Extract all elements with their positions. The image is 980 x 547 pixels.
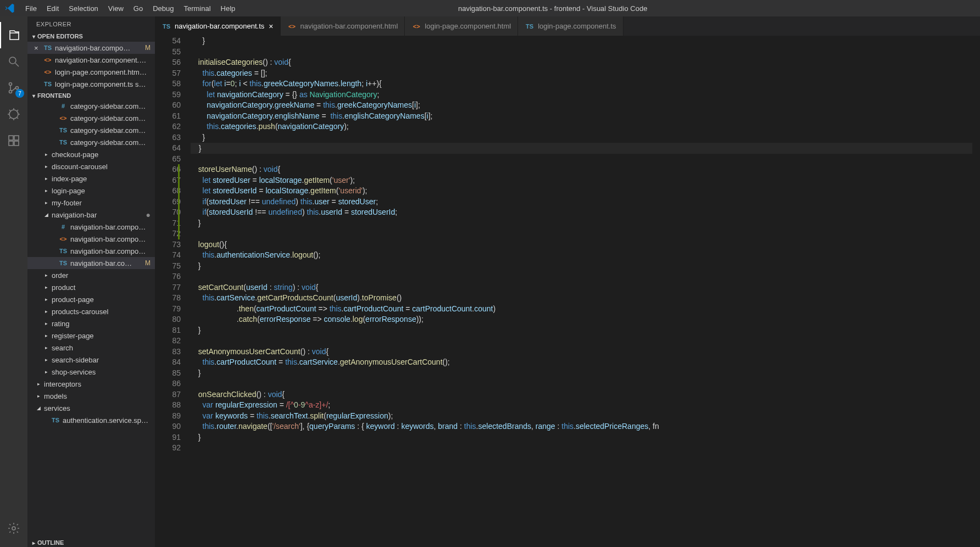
code-line[interactable]: } xyxy=(191,132,972,143)
tree-folder[interactable]: ▸my-footer xyxy=(27,197,155,209)
code-line[interactable]: var keywords = this.searchText.split(reg… xyxy=(191,411,972,422)
tree-folder[interactable]: ▸login-page xyxy=(27,185,155,197)
code-line[interactable]: } xyxy=(191,368,972,379)
code-line[interactable]: this.cartProductCount = this.cartService… xyxy=(191,357,972,368)
code-line[interactable]: this.categories.push(navigationCategory)… xyxy=(191,121,972,132)
tree-file[interactable]: TSauthentication.service.sp… xyxy=(27,414,155,426)
menu-selection[interactable]: Selection xyxy=(64,2,102,15)
source-control-icon[interactable]: 7 xyxy=(0,75,27,101)
tree-folder[interactable]: ▸checkout-page xyxy=(27,148,155,160)
tree-folder[interactable]: ▸index-page xyxy=(27,172,155,185)
code-line[interactable]: } xyxy=(191,36,972,47)
open-editor-item[interactable]: <>navigation-bar.component.… xyxy=(27,54,155,66)
editor-tab[interactable]: <>login-page.component.html xyxy=(405,16,518,36)
outline-header[interactable]: ▸OUTLINE xyxy=(27,538,155,547)
code-line[interactable]: setAnonymousUserCartCount() : void{ xyxy=(191,347,972,358)
code-line[interactable]: this.router.navigate(['/search'], {query… xyxy=(191,421,972,432)
code-line[interactable]: logout(){ xyxy=(191,239,972,250)
code-line[interactable]: let storedUser = localStorage.getItem('u… xyxy=(191,175,972,186)
tree-folder[interactable]: ▸product xyxy=(27,281,155,293)
tree-file[interactable]: TSnavigation-bar.compo… xyxy=(27,245,155,257)
code-line[interactable]: for(let i=0; i < this.greekCategoryNames… xyxy=(191,79,972,90)
line-number: 55 xyxy=(155,47,181,58)
code-line[interactable]: let navigationCategory = {} as Navigatio… xyxy=(191,90,972,101)
code-line[interactable] xyxy=(191,47,972,58)
explorer-icon[interactable] xyxy=(0,22,27,48)
code-line[interactable]: if(storedUser !== undefined) this.user =… xyxy=(191,197,972,208)
project-header[interactable]: ▾FRONTEND xyxy=(27,91,155,100)
extensions-icon[interactable] xyxy=(0,127,27,154)
menu-view[interactable]: View xyxy=(104,2,128,15)
code-line[interactable] xyxy=(191,154,972,165)
code-line[interactable]: this.categories = []; xyxy=(191,68,972,79)
code-line[interactable]: } xyxy=(191,432,972,443)
settings-gear-icon[interactable] xyxy=(0,515,27,542)
tree-folder[interactable]: ▸order xyxy=(27,269,155,281)
sidebar: EXPLORER ▾OPEN EDITORS ×TSnavigation-bar… xyxy=(27,16,155,547)
menu-edit[interactable]: Edit xyxy=(42,2,63,15)
search-icon[interactable] xyxy=(0,48,27,75)
tree-folder[interactable]: ◢navigation-bar● xyxy=(27,209,155,221)
code-line[interactable]: var regularExpression = /[^0-9^a-z]+/; xyxy=(191,400,972,411)
close-icon[interactable]: × xyxy=(269,22,273,31)
editor-tab[interactable]: TSlogin-page.component.ts xyxy=(518,16,623,36)
tree-file[interactable]: TScategory-sidebar.com… xyxy=(27,136,155,148)
tree-file[interactable]: #navigation-bar.compo… xyxy=(27,221,155,233)
menu-debug[interactable]: Debug xyxy=(148,2,178,15)
code-line[interactable] xyxy=(191,378,972,389)
editor-tab[interactable]: TSnavigation-bar.component.ts× xyxy=(155,16,281,36)
code-line[interactable]: .catch(errorResponse => console.log(erro… xyxy=(191,314,972,325)
code-line[interactable] xyxy=(191,443,972,454)
tree-folder[interactable]: ▸models xyxy=(27,390,155,402)
tree-folder[interactable]: ▸rating xyxy=(27,317,155,330)
code-line[interactable]: let storedUserId = localStorage.getItem(… xyxy=(191,186,972,197)
menu-help[interactable]: Help xyxy=(216,2,240,15)
open-editor-item[interactable]: <>login-page.component.htm… xyxy=(27,66,155,78)
code-line[interactable]: navigationCategory.englishName = this.en… xyxy=(191,111,972,122)
menu-file[interactable]: File xyxy=(21,2,41,15)
code-line[interactable]: storeUserName() : void{ xyxy=(191,164,972,175)
tree-folder[interactable]: ▸register-page xyxy=(27,330,155,342)
tree-file[interactable]: #category-sidebar.com… xyxy=(27,100,155,112)
code-line[interactable]: setCartCount(userId : string) : void{ xyxy=(191,282,972,293)
tree-file[interactable]: <>category-sidebar.com… xyxy=(27,112,155,124)
open-editor-item[interactable]: TSlogin-page.component.ts s… xyxy=(27,78,155,90)
code-line[interactable] xyxy=(191,228,972,239)
open-editor-item[interactable]: ×TSnavigation-bar.compo…M xyxy=(27,42,155,54)
tree-folder[interactable]: ▸search-sidebar xyxy=(27,354,155,366)
code-line[interactable]: this.authenticationService.logout(); xyxy=(191,250,972,261)
editor-tab[interactable]: <>navigation-bar.component.html xyxy=(281,16,405,36)
debug-icon[interactable] xyxy=(0,101,27,127)
code-line[interactable] xyxy=(191,271,972,282)
code-line[interactable]: navigationCategory.greekName = this.gree… xyxy=(191,100,972,111)
tree-folder[interactable]: ▸discount-carousel xyxy=(27,160,155,172)
code-editor[interactable]: 5455565758596061626364656667686970717273… xyxy=(155,36,980,547)
code-line[interactable] xyxy=(191,336,972,347)
tree-folder[interactable]: ◢services xyxy=(27,402,155,414)
tree-file[interactable]: <>navigation-bar.compo… xyxy=(27,233,155,245)
tree-file[interactable]: TScategory-sidebar.com… xyxy=(27,124,155,136)
tree-folder[interactable]: ▸shop-services xyxy=(27,366,155,378)
tree-folder[interactable]: ▸interceptors xyxy=(27,378,155,390)
code-line[interactable]: this.cartService.getCartProductsCount(us… xyxy=(191,293,972,304)
tree-folder[interactable]: ▸products-carousel xyxy=(27,305,155,317)
close-icon[interactable]: × xyxy=(34,44,43,52)
code-line[interactable]: } xyxy=(191,325,972,336)
code-line[interactable]: } xyxy=(191,261,972,272)
vertical-scrollbar[interactable] xyxy=(972,36,980,547)
open-editors-header[interactable]: ▾OPEN EDITORS xyxy=(27,32,155,41)
code-content[interactable]: } initialiseCategories() : void{ this.ca… xyxy=(191,36,972,547)
code-line[interactable]: .then(cartProductCount => this.cartProdu… xyxy=(191,304,972,315)
line-number: 80 xyxy=(155,314,181,325)
tree-folder[interactable]: ▸product-page xyxy=(27,293,155,305)
code-line[interactable]: } xyxy=(191,218,972,229)
code-line[interactable]: initialiseCategories() : void{ xyxy=(191,57,972,68)
tree-file[interactable]: TSnavigation-bar.co…M xyxy=(27,257,155,269)
menu-terminal[interactable]: Terminal xyxy=(179,2,215,15)
code-line[interactable]: onSearchClicked() : void{ xyxy=(191,389,972,400)
file-type-icon: <> xyxy=(58,115,68,121)
code-line[interactable]: if(storedUserId !== undefined) this.user… xyxy=(191,207,972,218)
code-line[interactable]: } xyxy=(191,143,972,154)
menu-go[interactable]: Go xyxy=(129,2,147,15)
tree-folder[interactable]: ▸search xyxy=(27,342,155,354)
